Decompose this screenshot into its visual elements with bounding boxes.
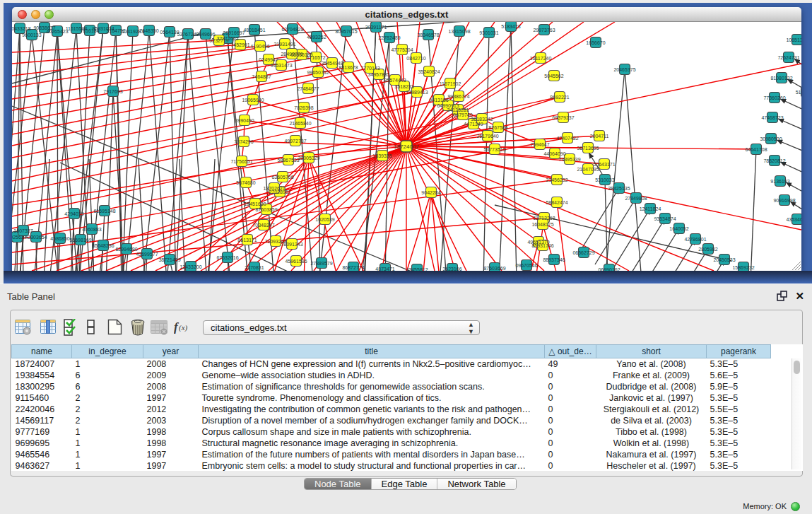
svg-text:9042284: 9042284 — [421, 190, 440, 195]
svg-text:06562729: 06562729 — [572, 250, 594, 255]
svg-text:90916998: 90916998 — [773, 198, 795, 203]
svg-text:7917693: 7917693 — [103, 89, 122, 94]
svg-text:29973763: 29973763 — [533, 28, 555, 33]
svg-text:30980500: 30980500 — [760, 136, 782, 141]
svg-text:0842710: 0842710 — [406, 56, 425, 61]
svg-text:0249947: 0249947 — [259, 57, 278, 62]
svg-text:1607337: 1607337 — [13, 228, 33, 233]
svg-text:9232719: 9232719 — [209, 38, 228, 43]
svg-text:2870831: 2870831 — [245, 265, 264, 270]
svg-text:21047095: 21047095 — [577, 167, 599, 172]
svg-text:86872774: 86872774 — [342, 265, 364, 270]
svg-text:58842474: 58842474 — [546, 200, 567, 205]
svg-text:34123281: 34123281 — [447, 107, 469, 112]
svg-text:1020539: 1020539 — [315, 217, 334, 222]
svg-text:44064090: 44064090 — [543, 151, 565, 156]
svg-text:38346578: 38346578 — [417, 33, 439, 37]
svg-text:20450533: 20450533 — [713, 257, 735, 262]
svg-text:47468723: 47468723 — [761, 115, 783, 120]
svg-text:7594647: 7594647 — [530, 142, 549, 147]
svg-text:22782489: 22782489 — [378, 35, 400, 40]
svg-text:5183473: 5183473 — [501, 24, 520, 29]
svg-text:10651333: 10651333 — [786, 37, 801, 42]
svg-text:85574443: 85574443 — [384, 78, 406, 83]
svg-text:11671902: 11671902 — [440, 81, 461, 86]
svg-text:34957885: 34957885 — [367, 72, 389, 77]
svg-text:7648350: 7648350 — [139, 28, 158, 33]
svg-text:26916697: 26916697 — [223, 30, 245, 35]
svg-text:4060883: 4060883 — [82, 227, 101, 232]
svg-text:18724007: 18724007 — [394, 144, 419, 150]
svg-text:6716572: 6716572 — [306, 55, 325, 60]
svg-text:27849808: 27849808 — [625, 196, 647, 201]
svg-text:26179640: 26179640 — [476, 134, 498, 139]
svg-text:35240824: 35240824 — [418, 69, 440, 74]
svg-text:43303654: 43303654 — [25, 235, 47, 240]
svg-text:30391171: 30391171 — [365, 25, 387, 30]
svg-text:36183242: 36183242 — [471, 117, 493, 122]
svg-text:47775204: 47775204 — [391, 47, 413, 52]
svg-text:7452991: 7452991 — [230, 42, 249, 47]
svg-text:45961586: 45961586 — [285, 259, 307, 264]
svg-text:71756551: 71756551 — [230, 159, 252, 164]
svg-text:48018451: 48018451 — [243, 28, 265, 33]
svg-text:15451680: 15451680 — [244, 201, 266, 206]
svg-text:70348247: 70348247 — [252, 223, 274, 228]
svg-text:62704828: 62704828 — [281, 27, 303, 32]
svg-text:7464887: 7464887 — [252, 74, 271, 79]
svg-text:7826398: 7826398 — [294, 105, 313, 110]
svg-text:69379237: 69379237 — [552, 115, 574, 120]
svg-text:62994680: 62994680 — [115, 247, 137, 252]
svg-text:78820812: 78820812 — [763, 158, 785, 163]
svg-text:0679740: 0679740 — [453, 112, 472, 117]
svg-text:18702621: 18702621 — [263, 186, 285, 191]
svg-text:38425135: 38425135 — [608, 186, 630, 191]
svg-text:5045562: 5045562 — [544, 74, 563, 78]
svg-text:74989413: 74989413 — [406, 90, 428, 95]
svg-text:36713695: 36713695 — [577, 146, 599, 151]
svg-text:16117240: 16117240 — [530, 56, 552, 61]
svg-text:4893252: 4893252 — [307, 35, 326, 40]
svg-text:27484677: 27484677 — [297, 86, 319, 91]
svg-text:27889579: 27889579 — [310, 261, 332, 266]
svg-text:72624731: 72624731 — [777, 55, 799, 60]
svg-text:9413186: 9413186 — [429, 98, 448, 103]
svg-text:13433200: 13433200 — [180, 264, 201, 269]
svg-text:43699577: 43699577 — [136, 252, 158, 257]
svg-text:80957015: 80957015 — [335, 29, 357, 34]
svg-text:(x): (x) — [179, 323, 188, 332]
svg-text:7874296: 7874296 — [234, 139, 253, 144]
svg-text:2805982: 2805982 — [698, 247, 717, 252]
svg-text:39005329: 39005329 — [298, 156, 319, 160]
svg-text:3518233: 3518233 — [394, 84, 413, 89]
svg-text:9301031: 9301031 — [479, 30, 498, 35]
svg-text:55698169: 55698169 — [69, 238, 91, 243]
svg-text:10433218: 10433218 — [12, 26, 31, 31]
svg-text:5310033: 5310033 — [595, 177, 614, 182]
svg-text:93534874: 93534874 — [654, 216, 676, 221]
svg-text:31931491: 31931491 — [273, 42, 295, 47]
svg-text:19065940: 19065940 — [242, 98, 264, 103]
svg-text:7770143: 7770143 — [360, 66, 379, 71]
svg-text:9136193: 9136193 — [770, 179, 789, 184]
svg-text:21465840: 21465840 — [289, 121, 311, 126]
svg-text:53773515: 53773515 — [483, 147, 505, 152]
svg-text:49972787: 49972787 — [284, 139, 306, 144]
svg-text:20465375: 20465375 — [613, 67, 635, 72]
svg-text:43534624: 43534624 — [786, 217, 801, 222]
svg-text:8313678: 8313678 — [339, 65, 358, 70]
svg-text:8849696: 8849696 — [196, 32, 215, 37]
svg-text:2004711: 2004711 — [590, 134, 609, 139]
svg-text:51079911: 51079911 — [796, 90, 801, 95]
svg-text:58867533: 58867533 — [277, 158, 299, 163]
svg-text:77360260: 77360260 — [763, 95, 785, 100]
svg-text:61595148: 61595148 — [93, 209, 115, 214]
svg-text:9600133: 9600133 — [22, 33, 41, 37]
svg-text:99650752: 99650752 — [307, 70, 329, 75]
svg-text:1839335: 1839335 — [372, 153, 392, 158]
svg-text:13315098: 13315098 — [448, 29, 470, 34]
svg-text:63605766: 63605766 — [271, 175, 293, 180]
svg-text:8613171: 8613171 — [237, 238, 257, 243]
svg-text:87603859: 87603859 — [255, 207, 277, 212]
svg-text:99386774: 99386774 — [447, 94, 469, 99]
